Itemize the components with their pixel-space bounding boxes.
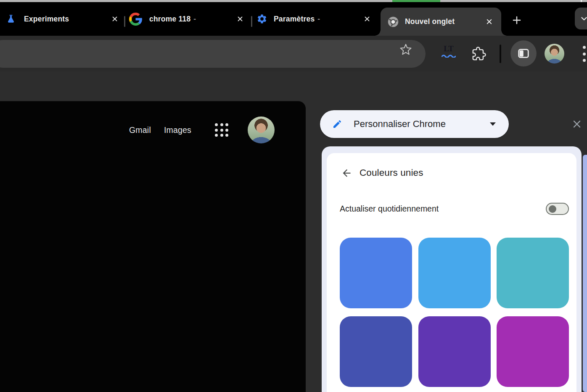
- tab-chrome-118[interactable]: chrome 118 -: [129, 2, 245, 36]
- back-arrow-icon[interactable]: [341, 167, 352, 179]
- tab-title: Experiments: [24, 15, 69, 24]
- color-swatch-purple[interactable]: [418, 316, 491, 387]
- tab-title: chrome 118: [149, 15, 190, 24]
- refresh-daily-toggle[interactable]: [546, 203, 569, 215]
- gmail-link[interactable]: Gmail: [129, 125, 151, 135]
- tab-strip: Experiments chrome 118 - Paramètres -: [0, 2, 587, 36]
- color-swatch-magenta[interactable]: [497, 316, 569, 387]
- flask-icon: [6, 14, 16, 24]
- images-link[interactable]: Images: [164, 125, 191, 135]
- customize-chrome-panel: Couleurs unies Actualiser quotidiennemen…: [322, 146, 582, 392]
- chevron-down-icon: [489, 121, 497, 127]
- tab-title-suffix: -: [317, 15, 320, 24]
- solid-colors-card: Couleurs unies Actualiser quotidiennemen…: [327, 153, 576, 392]
- toolbar: LT: [0, 36, 587, 72]
- side-panel-title: Personnaliser Chrome: [354, 119, 446, 130]
- extensions-puzzle-icon[interactable]: [472, 47, 486, 61]
- tab-title: Paramètres: [274, 15, 315, 24]
- tab-title: Nouvel onglet: [405, 17, 455, 26]
- tab-separator: [124, 16, 125, 27]
- gear-icon: [256, 13, 267, 24]
- google-account-avatar[interactable]: [248, 117, 275, 143]
- tab-parametres[interactable]: Paramètres -: [256, 2, 372, 36]
- title-fade: [455, 17, 479, 26]
- color-swatch-grid: [340, 238, 569, 387]
- tab-overflow-button[interactable]: [575, 8, 587, 29]
- languagetool-extension-icon[interactable]: LT: [441, 43, 457, 63]
- side-panel-scrollbar[interactable]: [583, 155, 587, 392]
- tab-title-suffix: -: [193, 15, 196, 24]
- new-tab-button[interactable]: [508, 11, 526, 29]
- browser-menu-icon[interactable]: [583, 44, 587, 64]
- pencil-icon: [332, 119, 342, 129]
- color-swatch-blue[interactable]: [340, 238, 412, 308]
- google-g-icon: [129, 12, 143, 26]
- chrome-icon: [387, 16, 399, 28]
- section-title: Couleurs unies: [360, 167, 423, 178]
- tab-separator: [251, 16, 252, 27]
- side-panel-close-icon[interactable]: [571, 118, 583, 130]
- color-swatch-indigo[interactable]: [340, 316, 412, 387]
- bookmark-star-icon[interactable]: [399, 42, 413, 57]
- side-panel-button[interactable]: [510, 40, 537, 66]
- address-bar[interactable]: [0, 40, 426, 68]
- color-swatch-teal[interactable]: [497, 238, 569, 308]
- close-icon[interactable]: [110, 14, 119, 24]
- close-icon[interactable]: [235, 14, 245, 24]
- refresh-daily-label: Actualiser quotidiennement: [340, 204, 439, 214]
- close-icon[interactable]: [362, 14, 372, 24]
- close-icon[interactable]: [484, 17, 494, 26]
- side-panel-title-dropdown[interactable]: Personnaliser Chrome: [320, 110, 509, 138]
- color-swatch-light-blue[interactable]: [418, 238, 491, 308]
- google-apps-icon[interactable]: [215, 123, 228, 137]
- profile-avatar[interactable]: [545, 44, 564, 64]
- toolbar-separator: [500, 45, 501, 63]
- ntp-header: Gmail Images: [129, 117, 275, 143]
- tab-experiments[interactable]: Experiments: [6, 2, 119, 36]
- tab-nouvel-onglet-active[interactable]: Nouvel onglet: [381, 8, 501, 36]
- new-tab-page: Gmail Images: [0, 101, 306, 392]
